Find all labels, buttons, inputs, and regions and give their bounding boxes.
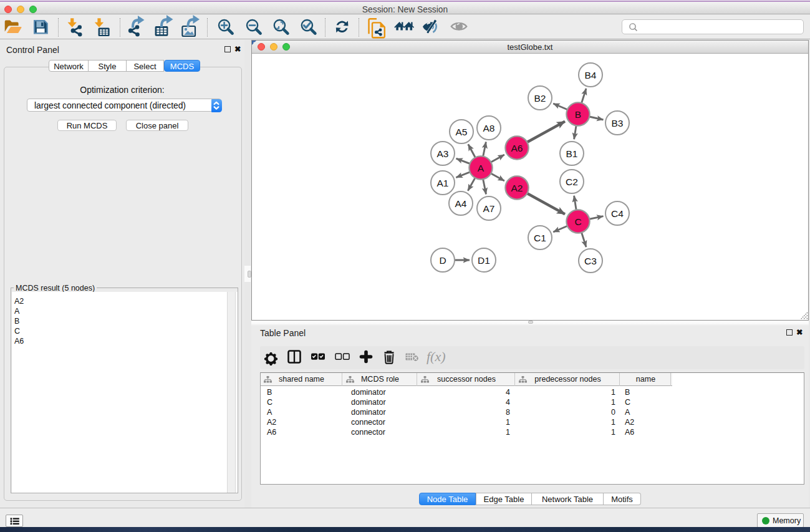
svg-text:B3: B3 bbox=[612, 118, 624, 128]
svg-text:f(x): f(x) bbox=[427, 349, 446, 364]
svg-text:C4: C4 bbox=[611, 208, 624, 219]
svg-text:C1: C1 bbox=[534, 233, 546, 243]
svg-text:A: A bbox=[478, 163, 485, 173]
svg-text:B4: B4 bbox=[585, 70, 597, 80]
svg-text:D: D bbox=[439, 255, 446, 266]
svg-text:C2: C2 bbox=[566, 177, 578, 187]
svg-text:A7: A7 bbox=[483, 203, 495, 214]
svg-text:D1: D1 bbox=[478, 255, 490, 266]
svg-text:B1: B1 bbox=[566, 148, 578, 159]
svg-text:A4: A4 bbox=[455, 198, 467, 209]
svg-text:A3: A3 bbox=[437, 148, 449, 159]
svg-text:B2: B2 bbox=[534, 93, 546, 104]
svg-text:A5: A5 bbox=[456, 127, 468, 137]
svg-text:A2: A2 bbox=[511, 183, 523, 193]
svg-text:A1: A1 bbox=[437, 178, 449, 188]
svg-text:A8: A8 bbox=[483, 123, 495, 133]
svg-text:C3: C3 bbox=[584, 256, 597, 266]
svg-text:B: B bbox=[575, 109, 581, 120]
svg-text:A6: A6 bbox=[511, 143, 523, 153]
svg-text:C: C bbox=[574, 216, 581, 227]
